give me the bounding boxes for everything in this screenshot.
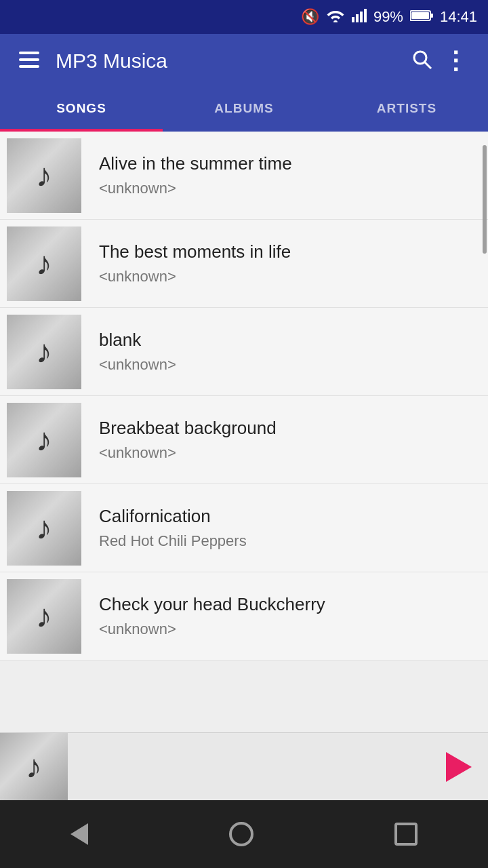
home-icon xyxy=(229,822,253,846)
time-display: 14:41 xyxy=(440,8,477,26)
svg-rect-2 xyxy=(360,12,363,22)
now-playing-thumbnail: ♪ xyxy=(0,733,68,801)
song-thumbnail: ♪ xyxy=(7,579,81,654)
app-bar: MP3 Musica ⋮ xyxy=(0,34,488,88)
recents-button[interactable] xyxy=(384,812,428,856)
hamburger-icon xyxy=(19,50,39,72)
app-title: MP3 Musica xyxy=(56,50,407,73)
song-thumbnail: ♪ xyxy=(7,403,81,477)
song-artist: <unknown> xyxy=(99,444,477,462)
search-icon xyxy=(412,52,432,74)
song-title: Alive in the summer time xyxy=(99,153,477,174)
back-button[interactable] xyxy=(60,812,99,856)
song-artist: <unknown> xyxy=(99,180,477,197)
song-artist: <unknown> xyxy=(99,268,477,285)
svg-rect-8 xyxy=(19,58,39,61)
list-item[interactable]: ♪ The best moments in life <unknown> xyxy=(0,220,488,308)
svg-rect-7 xyxy=(19,52,39,54)
song-info: Californication Red Hot Chili Peppers xyxy=(88,506,488,550)
song-thumbnail: ♪ xyxy=(7,315,81,389)
play-button[interactable] xyxy=(435,741,483,793)
more-options-button[interactable]: ⋮ xyxy=(438,43,474,79)
mute-icon: 🔇 xyxy=(301,8,319,26)
status-bar: 🔇 99% 14:41 xyxy=(0,0,488,34)
song-info: Breakbeat background <unknown> xyxy=(88,418,488,462)
music-note-icon: ♪ xyxy=(36,245,52,282)
tab-songs[interactable]: SONGS xyxy=(0,91,163,132)
scroll-indicator xyxy=(483,145,487,254)
tab-songs-label: SONGS xyxy=(56,101,106,116)
song-info: Check your head Buckcherry <unknown> xyxy=(88,594,488,638)
hamburger-button[interactable] xyxy=(14,45,45,77)
tab-artists-label: ARTISTS xyxy=(377,101,436,116)
song-title: Check your head Buckcherry xyxy=(99,594,477,615)
song-thumbnail: ♪ xyxy=(7,491,81,566)
song-info: Alive in the summer time <unknown> xyxy=(88,153,488,197)
wifi-icon xyxy=(326,7,345,26)
list-item[interactable]: ♪ Californication Red Hot Chili Peppers xyxy=(0,484,488,572)
song-thumbnail: ♪ xyxy=(7,138,81,213)
sim-signal-icon xyxy=(352,7,367,26)
now-playing-music-note-icon: ♪ xyxy=(26,748,42,785)
play-icon xyxy=(446,752,472,782)
list-item[interactable]: ♪ Alive in the summer time <unknown> xyxy=(0,132,488,220)
now-playing-bar[interactable]: ♪ xyxy=(0,732,488,800)
tab-artists[interactable]: ARTISTS xyxy=(325,91,488,132)
song-title: Californication xyxy=(99,506,477,527)
svg-rect-0 xyxy=(352,17,354,22)
song-list: ♪ Alive in the summer time <unknown> ♪ T… xyxy=(0,132,488,732)
search-button[interactable] xyxy=(407,44,438,79)
svg-rect-3 xyxy=(364,9,367,22)
song-info: blank <unknown> xyxy=(88,330,488,374)
song-artist: Red Hot Chili Peppers xyxy=(99,532,477,550)
music-note-icon: ♪ xyxy=(36,421,52,458)
tabs-bar: SONGS ALBUMS ARTISTS xyxy=(0,88,488,132)
battery-icon xyxy=(410,8,433,26)
svg-rect-6 xyxy=(411,12,429,19)
song-title: The best moments in life xyxy=(99,241,477,262)
back-icon xyxy=(70,823,88,845)
song-artist: <unknown> xyxy=(99,620,477,638)
list-item[interactable]: ♪ blank <unknown> xyxy=(0,308,488,396)
navigation-bar xyxy=(0,800,488,868)
battery-percent: 99% xyxy=(373,8,403,26)
song-artist: <unknown> xyxy=(99,356,477,374)
tab-albums-label: ALBUMS xyxy=(214,101,273,116)
tab-albums[interactable]: ALBUMS xyxy=(163,91,325,132)
music-note-icon: ♪ xyxy=(36,333,52,370)
recents-icon xyxy=(394,823,418,846)
list-item[interactable]: ♪ Breakbeat background <unknown> xyxy=(0,396,488,484)
song-thumbnail: ♪ xyxy=(7,226,81,301)
list-item[interactable]: ♪ Check your head Buckcherry <unknown> xyxy=(0,572,488,660)
svg-point-10 xyxy=(414,52,426,64)
home-button[interactable] xyxy=(218,811,264,857)
music-note-icon: ♪ xyxy=(36,157,52,194)
song-title: Breakbeat background xyxy=(99,418,477,439)
svg-rect-5 xyxy=(430,14,433,18)
music-note-icon: ♪ xyxy=(36,509,52,547)
more-icon: ⋮ xyxy=(443,47,469,75)
svg-line-11 xyxy=(425,62,431,68)
svg-rect-9 xyxy=(19,65,39,68)
song-info: The best moments in life <unknown> xyxy=(88,241,488,285)
svg-rect-1 xyxy=(356,14,359,22)
status-bar-right: 🔇 99% 14:41 xyxy=(301,7,477,26)
song-title: blank xyxy=(99,330,477,351)
music-note-icon: ♪ xyxy=(36,597,52,635)
